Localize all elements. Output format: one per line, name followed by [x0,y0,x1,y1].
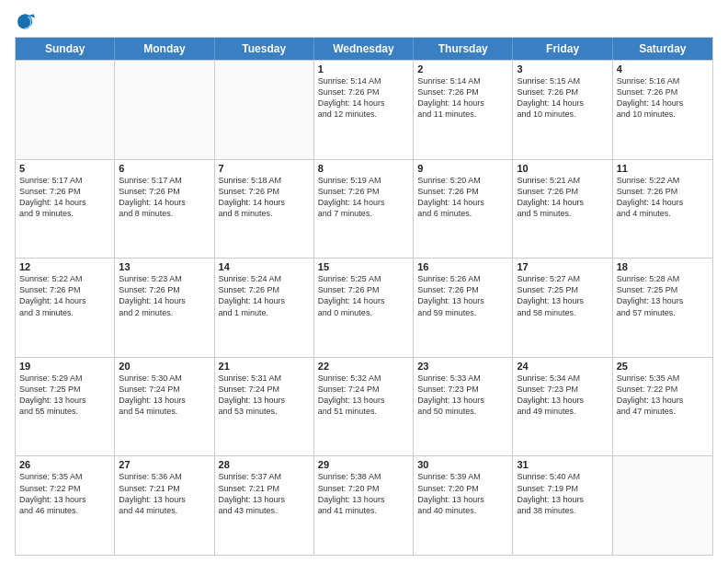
day-info: Sunrise: 5:18 AM Sunset: 7:26 PM Dayligh… [219,175,310,220]
calendar-cell: 22Sunrise: 5:32 AM Sunset: 7:24 PM Dayli… [314,358,414,456]
day-number: 20 [119,361,210,372]
day-number: 18 [617,261,709,272]
weekday-header: Monday [115,38,214,60]
calendar-cell: 2Sunrise: 5:14 AM Sunset: 7:26 PM Daylig… [414,61,513,159]
day-number: 5 [19,163,110,174]
day-number: 22 [318,361,409,372]
day-info: Sunrise: 5:14 AM Sunset: 7:26 PM Dayligh… [318,75,409,121]
day-number: 28 [219,459,310,470]
calendar-cell: 7Sunrise: 5:18 AM Sunset: 7:26 PM Daylig… [215,160,314,259]
day-info: Sunrise: 5:32 AM Sunset: 7:24 PM Dayligh… [318,373,409,418]
calendar-row: 5Sunrise: 5:17 AM Sunset: 7:26 PM Daylig… [16,159,712,259]
day-number: 1 [318,63,409,75]
calendar-cell [613,456,712,555]
day-info: Sunrise: 5:21 AM Sunset: 7:26 PM Dayligh… [517,175,608,220]
day-number: 3 [517,63,608,75]
weekday-header: Saturday [613,38,712,60]
day-number: 12 [19,261,110,272]
day-info: Sunrise: 5:39 AM Sunset: 7:20 PM Dayligh… [417,471,508,516]
day-info: Sunrise: 5:24 AM Sunset: 7:26 PM Dayligh… [219,273,310,318]
day-number: 15 [318,261,409,272]
calendar-cell: 9Sunrise: 5:20 AM Sunset: 7:26 PM Daylig… [414,160,513,259]
day-number: 17 [517,261,608,272]
calendar-cell: 1Sunrise: 5:14 AM Sunset: 7:26 PM Daylig… [314,61,414,159]
calendar-cell: 27Sunrise: 5:36 AM Sunset: 7:21 PM Dayli… [115,456,214,555]
day-info: Sunrise: 5:31 AM Sunset: 7:24 PM Dayligh… [219,373,310,418]
calendar: SundayMondayTuesdayWednesdayThursdayFrid… [15,37,713,556]
calendar-row: 19Sunrise: 5:29 AM Sunset: 7:25 PM Dayli… [16,357,712,456]
day-info: Sunrise: 5:38 AM Sunset: 7:20 PM Dayligh… [318,471,409,516]
day-info: Sunrise: 5:34 AM Sunset: 7:23 PM Dayligh… [517,373,608,418]
calendar-cell: 28Sunrise: 5:37 AM Sunset: 7:21 PM Dayli… [215,456,314,555]
day-info: Sunrise: 5:37 AM Sunset: 7:21 PM Dayligh… [219,471,310,516]
calendar-cell: 11Sunrise: 5:22 AM Sunset: 7:26 PM Dayli… [613,160,712,259]
day-info: Sunrise: 5:28 AM Sunset: 7:25 PM Dayligh… [617,273,709,318]
calendar-cell: 4Sunrise: 5:16 AM Sunset: 7:26 PM Daylig… [613,61,712,159]
day-info: Sunrise: 5:17 AM Sunset: 7:26 PM Dayligh… [19,175,110,220]
calendar-cell: 24Sunrise: 5:34 AM Sunset: 7:23 PM Dayli… [513,358,612,456]
weekday-header: Sunday [16,38,115,60]
day-number: 9 [417,163,508,174]
day-number: 30 [417,459,508,470]
calendar-cell: 30Sunrise: 5:39 AM Sunset: 7:20 PM Dayli… [414,456,513,555]
day-number: 23 [417,361,508,372]
day-info: Sunrise: 5:36 AM Sunset: 7:21 PM Dayligh… [119,471,210,516]
day-info: Sunrise: 5:22 AM Sunset: 7:26 PM Dayligh… [19,273,110,318]
day-info: Sunrise: 5:22 AM Sunset: 7:26 PM Dayligh… [617,175,709,220]
calendar-cell: 14Sunrise: 5:24 AM Sunset: 7:26 PM Dayli… [215,259,314,357]
calendar-header: SundayMondayTuesdayWednesdayThursdayFrid… [16,38,712,60]
calendar-row: 26Sunrise: 5:35 AM Sunset: 7:22 PM Dayli… [16,455,712,555]
calendar-cell: 23Sunrise: 5:33 AM Sunset: 7:23 PM Dayli… [414,358,513,456]
day-info: Sunrise: 5:35 AM Sunset: 7:22 PM Dayligh… [19,471,110,516]
day-number: 19 [19,361,110,372]
calendar-body: 1Sunrise: 5:14 AM Sunset: 7:26 PM Daylig… [16,60,712,555]
calendar-cell: 21Sunrise: 5:31 AM Sunset: 7:24 PM Dayli… [215,358,314,456]
day-number: 8 [318,163,409,174]
day-info: Sunrise: 5:27 AM Sunset: 7:25 PM Dayligh… [517,273,608,318]
day-number: 25 [617,361,709,372]
calendar-cell: 20Sunrise: 5:30 AM Sunset: 7:24 PM Dayli… [115,358,214,456]
calendar-cell: 10Sunrise: 5:21 AM Sunset: 7:26 PM Dayli… [513,160,612,259]
day-info: Sunrise: 5:25 AM Sunset: 7:26 PM Dayligh… [318,273,409,318]
day-number: 10 [517,163,608,174]
weekday-header: Wednesday [314,38,414,60]
calendar-cell: 5Sunrise: 5:17 AM Sunset: 7:26 PM Daylig… [16,160,115,259]
calendar-cell: 15Sunrise: 5:25 AM Sunset: 7:26 PM Dayli… [314,259,414,357]
logo-icon [15,11,35,31]
weekday-header: Thursday [414,38,513,60]
day-number: 29 [318,459,409,470]
calendar-row: 1Sunrise: 5:14 AM Sunset: 7:26 PM Daylig… [16,60,712,159]
day-number: 11 [617,163,709,174]
calendar-cell: 26Sunrise: 5:35 AM Sunset: 7:22 PM Dayli… [16,456,115,555]
day-number: 7 [219,163,310,174]
weekday-header: Friday [513,38,612,60]
day-info: Sunrise: 5:17 AM Sunset: 7:26 PM Dayligh… [119,175,210,220]
calendar-cell [16,61,115,159]
day-number: 27 [119,459,210,470]
calendar-cell: 29Sunrise: 5:38 AM Sunset: 7:20 PM Dayli… [314,456,414,555]
calendar-cell [115,61,214,159]
calendar-cell: 17Sunrise: 5:27 AM Sunset: 7:25 PM Dayli… [513,259,612,357]
day-number: 26 [19,459,110,470]
day-number: 13 [119,261,210,272]
calendar-cell: 6Sunrise: 5:17 AM Sunset: 7:26 PM Daylig… [115,160,214,259]
day-info: Sunrise: 5:20 AM Sunset: 7:26 PM Dayligh… [417,175,508,220]
logo [15,11,39,31]
calendar-cell: 8Sunrise: 5:19 AM Sunset: 7:26 PM Daylig… [314,160,414,259]
calendar-cell: 19Sunrise: 5:29 AM Sunset: 7:25 PM Dayli… [16,358,115,456]
day-number: 24 [517,361,608,372]
day-number: 31 [517,459,608,470]
day-info: Sunrise: 5:40 AM Sunset: 7:19 PM Dayligh… [517,471,608,516]
day-info: Sunrise: 5:16 AM Sunset: 7:26 PM Dayligh… [617,75,709,121]
day-number: 6 [119,163,210,174]
calendar-row: 12Sunrise: 5:22 AM Sunset: 7:26 PM Dayli… [16,258,712,357]
day-info: Sunrise: 5:26 AM Sunset: 7:26 PM Dayligh… [417,273,508,318]
calendar-cell: 16Sunrise: 5:26 AM Sunset: 7:26 PM Dayli… [414,259,513,357]
day-number: 16 [417,261,508,272]
day-info: Sunrise: 5:23 AM Sunset: 7:26 PM Dayligh… [119,273,210,318]
day-info: Sunrise: 5:35 AM Sunset: 7:22 PM Dayligh… [617,373,709,418]
calendar-cell: 18Sunrise: 5:28 AM Sunset: 7:25 PM Dayli… [613,259,712,357]
calendar-cell [215,61,314,159]
day-info: Sunrise: 5:19 AM Sunset: 7:26 PM Dayligh… [318,175,409,220]
day-info: Sunrise: 5:15 AM Sunset: 7:26 PM Dayligh… [517,75,608,121]
